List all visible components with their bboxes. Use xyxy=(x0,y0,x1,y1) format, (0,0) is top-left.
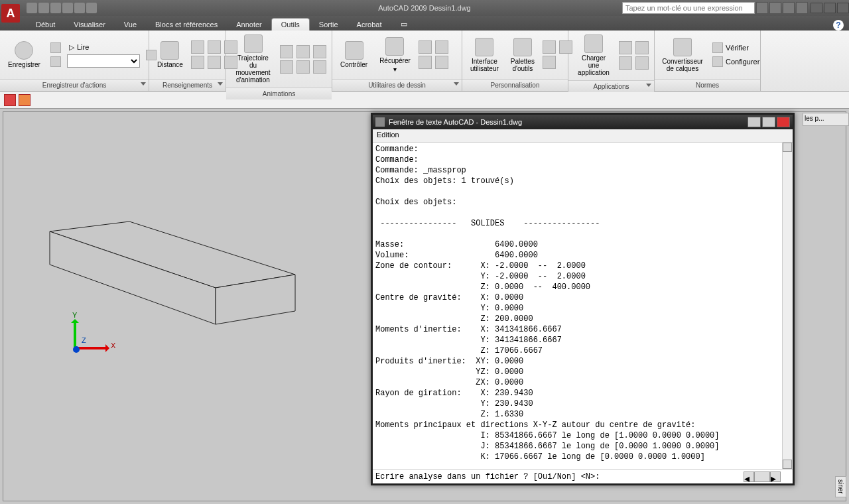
tab-blocs[interactable]: Blocs et références xyxy=(146,19,227,31)
insert-msg-button[interactable] xyxy=(48,42,63,54)
anim-save-icon[interactable] xyxy=(313,60,326,74)
message-icon xyxy=(50,42,61,53)
tw-close-button[interactable] xyxy=(777,117,790,127)
text-window-title: Fenêtre de texte AutoCAD - Dessin1.dwg xyxy=(389,118,522,126)
infocenter-icon[interactable] xyxy=(769,2,781,14)
tw-minimize-button[interactable] xyxy=(748,117,761,127)
action-combobox[interactable] xyxy=(67,54,140,68)
app2-icon[interactable] xyxy=(635,41,649,54)
minimize-button[interactable] xyxy=(811,3,822,13)
region-icon[interactable] xyxy=(208,40,221,54)
anim-pause-icon[interactable] xyxy=(296,45,310,58)
text-window-scrollbar[interactable] xyxy=(782,143,793,469)
text-window-titlebar[interactable]: Fenêtre de texte AutoCAD - Dessin1.dwg xyxy=(373,115,793,129)
x-axis-icon xyxy=(75,347,108,349)
search-input[interactable] xyxy=(622,2,755,14)
anim-settings-icon[interactable] xyxy=(313,45,326,58)
configure-button[interactable]: Configurer xyxy=(710,56,761,68)
qat-print-icon[interactable] xyxy=(62,3,73,13)
hscroll-thumb[interactable] xyxy=(754,472,770,482)
util2-icon[interactable] xyxy=(435,40,448,54)
ui-button[interactable]: Interface utilisateur xyxy=(466,36,503,74)
qat-save-icon[interactable] xyxy=(50,3,61,13)
ribbon: Enregistrer ▷ Lire Enregistreur d'action… xyxy=(0,31,849,92)
pdf-alt-icon[interactable] xyxy=(19,94,31,106)
side-vertical-tab[interactable]: siner xyxy=(835,476,846,497)
palettes-button[interactable]: Palettes d'outils xyxy=(507,36,539,74)
trajectory-button[interactable]: Trajectoire du mouvement d'animation xyxy=(230,33,276,85)
tab-visualiser[interactable]: Visualiser xyxy=(64,19,115,31)
maximize-button[interactable] xyxy=(824,3,836,13)
load-app-icon xyxy=(584,34,603,53)
tab-acrobat[interactable]: Acrobat xyxy=(348,19,391,31)
x-axis-label: X xyxy=(111,342,115,349)
text-window: Fenêtre de texte AutoCAD - Dessin1.dwg E… xyxy=(371,113,795,485)
app-menu-icon[interactable]: A xyxy=(1,4,20,23)
qat-undo-icon[interactable] xyxy=(74,3,85,13)
distance-button[interactable]: Distance xyxy=(153,40,187,70)
util1-icon[interactable] xyxy=(419,40,432,54)
cust3-icon[interactable] xyxy=(543,56,556,69)
insert-point-button[interactable] xyxy=(48,56,63,68)
trajectory-icon xyxy=(244,34,263,53)
window-title: AutoCAD 2009 Dessin1.dwg xyxy=(378,4,470,12)
panel-title-actions: Enregistreur d'actions xyxy=(0,79,149,91)
id-icon[interactable] xyxy=(191,56,204,69)
secondary-toolbar xyxy=(0,92,849,109)
y-axis-icon xyxy=(74,320,76,348)
text-window-menu[interactable]: Edition xyxy=(373,129,793,143)
y-axis-label: Y xyxy=(72,311,77,319)
gear-icon xyxy=(712,56,723,67)
play-icon: ▷ xyxy=(69,43,74,52)
favorites-icon[interactable] xyxy=(796,2,808,14)
app4-icon[interactable] xyxy=(635,56,649,70)
qat-open-icon[interactable] xyxy=(38,3,49,13)
recover-button[interactable]: Récupérer ▾ xyxy=(375,36,415,74)
recover-icon xyxy=(385,37,404,56)
text-window-body[interactable]: Commande: Commande: Commande: _massprop … xyxy=(373,143,793,469)
tab-debut[interactable]: Début xyxy=(27,19,64,31)
panel-title-applications: Applications xyxy=(568,80,654,92)
anim-rect-icon[interactable] xyxy=(296,60,310,74)
qat-redo-icon[interactable] xyxy=(86,3,97,13)
area-icon[interactable] xyxy=(191,40,204,54)
tab-extra-icon[interactable]: ▭ xyxy=(391,18,417,31)
comm-center-icon[interactable] xyxy=(783,2,795,14)
anim-play-icon[interactable] xyxy=(280,45,293,58)
panel-title-utilitaires: Utilitaires de dessin xyxy=(332,79,462,91)
verify-button[interactable]: Vérifier xyxy=(710,42,761,54)
util4-icon[interactable] xyxy=(435,56,448,69)
qat-new-icon[interactable] xyxy=(27,3,37,13)
pdf-icon[interactable] xyxy=(4,94,16,106)
point-icon xyxy=(50,56,61,67)
hscroll-left-button[interactable]: ◂ xyxy=(744,472,754,482)
tw-maximize-button[interactable] xyxy=(762,117,775,127)
panel-title-renseignements: Renseignements xyxy=(149,79,226,91)
close-button[interactable] xyxy=(837,3,849,13)
controller-button[interactable]: Contrôler xyxy=(336,40,371,70)
tab-sortie[interactable]: Sortie xyxy=(310,19,348,31)
scroll-up-button[interactable] xyxy=(783,143,792,152)
record-button[interactable]: Enregistrer xyxy=(4,40,44,70)
layer-convert-icon xyxy=(673,38,692,56)
load-app-button[interactable]: Charger une application xyxy=(572,33,615,78)
tab-annoter[interactable]: Annoter xyxy=(227,19,271,31)
hscroll-right-button[interactable]: ▸ xyxy=(770,472,781,482)
util3-icon[interactable] xyxy=(419,56,432,69)
help-icon[interactable]: ? xyxy=(833,20,844,31)
tab-outils[interactable]: Outils xyxy=(271,18,310,31)
play-button[interactable]: ▷ Lire xyxy=(67,42,140,52)
controller-icon xyxy=(345,41,363,60)
search-button[interactable] xyxy=(756,2,768,14)
tab-vue[interactable]: Vue xyxy=(115,19,146,31)
side-panel-tab[interactable]: les p... xyxy=(803,113,849,126)
layer-convert-button[interactable]: Convertisseur de calques xyxy=(659,36,706,74)
scroll-down-button[interactable] xyxy=(783,460,792,469)
text-window-prompt[interactable]: Ecrire analyse dans un fichier ? [Oui/No… xyxy=(373,469,793,483)
app3-icon[interactable] xyxy=(619,56,632,70)
anim-circle-icon[interactable] xyxy=(280,60,293,74)
app1-icon[interactable] xyxy=(619,41,632,54)
quick-access-toolbar xyxy=(27,3,97,13)
locate-icon[interactable] xyxy=(208,56,221,69)
cust1-icon[interactable] xyxy=(543,40,556,54)
